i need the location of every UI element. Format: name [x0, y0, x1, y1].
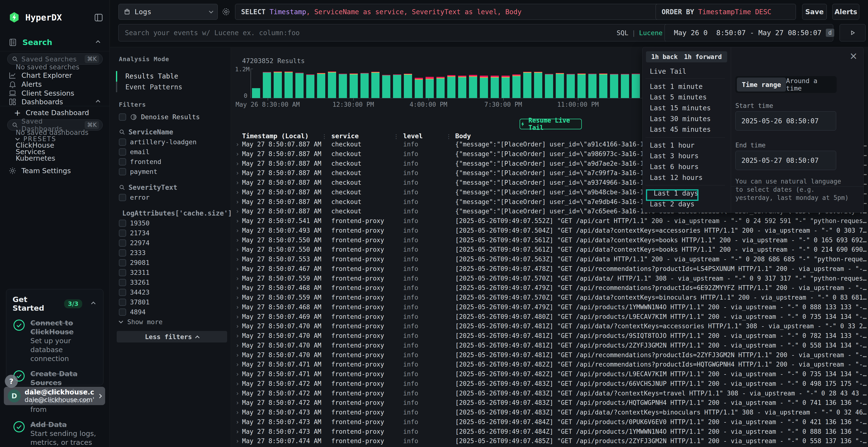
1h-forward-button[interactable]: 1h forward — [679, 51, 727, 62]
tab-time-range[interactable]: Time range — [737, 77, 786, 92]
filter-value-row[interactable]: 29081 — [119, 258, 225, 268]
log-row[interactable]: ›May 27 8:50:07.553 AMfrontend-proxyinfo… — [231, 254, 868, 264]
denoise-results-toggle[interactable]: Denoise Results — [119, 112, 200, 122]
chevron-up-icon[interactable] — [96, 40, 100, 44]
checkbox[interactable] — [119, 138, 126, 146]
filter-value-row[interactable]: error — [119, 193, 225, 202]
orderby-input[interactable]: ORDER BY TimestampTime DESC — [656, 4, 796, 20]
checkbox[interactable] — [119, 289, 126, 296]
log-row[interactable]: ›May 27 8:50:07.473 AMfrontend-proxyinfo… — [231, 417, 868, 427]
search-input[interactable]: Search your events w/ Lucene ex. column:… — [118, 24, 669, 41]
log-row[interactable]: ›May 27 8:50:07.467 AMfrontend-proxyinfo… — [231, 264, 868, 274]
log-row[interactable]: ›May 27 8:50:07.470 AMfrontend-proxyinfo… — [231, 341, 868, 350]
sidebar-item-chart-explorer[interactable]: Chart Explorer — [8, 71, 72, 80]
log-row[interactable]: ›May 27 8:50:07.559 AMfrontend-proxyinfo… — [231, 274, 868, 283]
1h-back-button[interactable]: 1h back — [646, 51, 683, 62]
filter-value-row[interactable]: 37801 — [119, 297, 225, 307]
log-row[interactable]: ›May 27 8:50:07.472 AMfrontend-proxyinfo… — [231, 398, 868, 408]
log-row[interactable]: ›May 27 8:50:07.472 AMfrontend-proxyinfo… — [231, 379, 868, 389]
alerts-button[interactable]: Alerts — [832, 4, 859, 20]
log-row[interactable]: ›May 27 8:50:07.550 AMfrontend-proxyinfo… — [231, 236, 868, 245]
sidebar-item-search[interactable]: Search — [8, 36, 102, 49]
get-started-item[interactable]: Add DataStart sending logs, metrics, or … — [12, 420, 97, 447]
checkbox[interactable] — [119, 249, 126, 256]
save-button[interactable]: Save — [802, 4, 827, 20]
filter-value-row[interactable]: 2333 — [119, 248, 225, 258]
source-select[interactable]: Logs — [118, 4, 218, 20]
log-row[interactable]: ›May 27 8:50:07.469 AMfrontend-proxyinfo… — [231, 312, 868, 322]
filter-value-row[interactable]: 32311 — [119, 268, 225, 277]
log-row[interactable]: ›May 27 8:50:07.550 AMfrontend-proxyinfo… — [231, 245, 868, 254]
col-header-timestamp[interactable]: Timestamp (Local) — [242, 132, 309, 140]
filter-value-row[interactable]: 33261 — [119, 277, 225, 287]
checkbox[interactable] — [119, 230, 126, 237]
checkbox[interactable] — [119, 220, 126, 227]
time-option-last-45-minutes[interactable]: Last 45 minutes — [643, 124, 731, 135]
source-settings-gear-icon[interactable] — [221, 7, 230, 18]
run-query-button[interactable] — [840, 24, 866, 41]
checkbox[interactable] — [119, 269, 126, 276]
date-range-input[interactable]: May 26 08:50:07 - May 27 08:50:07 d — [664, 24, 833, 41]
col-header-body[interactable]: Body — [455, 132, 471, 140]
filter-value-row[interactable]: artillery-loadgen — [119, 137, 225, 147]
sql-toggle[interactable]: SQL — [617, 29, 628, 37]
log-row[interactable]: ›May 27 8:50:07.473 AMfrontend-proxyinfo… — [231, 427, 868, 437]
sidebar-item-team-settings[interactable]: Team Settings — [8, 166, 71, 175]
checkbox[interactable] — [119, 158, 126, 166]
help-button[interactable]: ? — [5, 375, 18, 388]
time-option-live-tail[interactable]: Live Tail — [643, 66, 731, 76]
column-resize-handle[interactable]: ⋮ — [446, 133, 452, 140]
sidebar-preset-item[interactable]: Kubernetes — [16, 154, 55, 162]
lucene-toggle[interactable]: Lucene — [639, 29, 662, 37]
time-option-last-1-hour[interactable]: Last 1 hour — [643, 140, 731, 151]
log-row[interactable]: ›May 27 8:50:07.559 AMfrontend-proxyinfo… — [231, 293, 868, 303]
user-menu[interactable]: D dale@clickhouse.com dale@clickhouse.co… — [4, 387, 105, 405]
filter-value-row[interactable]: 19350 — [119, 218, 225, 228]
checkbox[interactable] — [119, 259, 126, 266]
log-row[interactable]: ›May 27 8:50:07.471 AMfrontend-proxyinfo… — [231, 360, 868, 370]
checkbox[interactable] — [119, 239, 126, 247]
filter-value-row[interactable]: 34423 — [119, 287, 225, 297]
log-row[interactable]: ›May 27 8:50:07.473 AMfrontend-proxyinfo… — [231, 408, 868, 417]
log-row[interactable]: ›May 27 8:50:07.470 AMfrontend-proxyinfo… — [231, 350, 868, 360]
filter-value-row[interactable]: 4894 — [119, 307, 225, 317]
checkbox[interactable] — [119, 299, 126, 306]
checkbox[interactable] — [119, 168, 126, 175]
mode-event-patterns[interactable]: Event Patterns — [125, 81, 182, 93]
log-row[interactable]: ›May 27 8:50:07.472 AMfrontend-proxyinfo… — [231, 389, 868, 398]
mode-results-table[interactable]: Results Table — [125, 71, 178, 82]
show-more-button[interactable]: Show more — [119, 317, 225, 327]
get-started-item[interactable]: Connect to ClickHouseSet up your databas… — [12, 319, 97, 363]
time-option-last-3-hours[interactable]: Last 3 hours — [643, 151, 731, 162]
checkbox[interactable] — [119, 194, 126, 201]
end-time-input[interactable]: 2025-05-27 08:50:07 — [735, 151, 836, 170]
time-option-last-15-minutes[interactable]: Last 15 minutes — [643, 103, 731, 113]
log-row[interactable]: ›May 27 8:50:07.471 AMfrontend-proxyinfo… — [231, 370, 868, 379]
checkbox[interactable] — [119, 113, 126, 121]
log-row[interactable]: ›May 27 8:50:07.474 AMfrontend-proxyinfo… — [231, 437, 868, 446]
collapse-sidebar-icon[interactable] — [94, 12, 104, 24]
resume-live-tail-button[interactable]: Resume Live Tail — [520, 119, 582, 129]
checkbox[interactable] — [119, 279, 126, 286]
time-option-last-30-minutes[interactable]: Last 30 minutes — [643, 113, 731, 124]
column-resize-handle[interactable]: ⋮ — [393, 133, 399, 140]
time-option-last-6-hours[interactable]: Last 6 hours — [643, 161, 731, 172]
time-option-last-5-minutes[interactable]: Last 5 minutes — [643, 92, 731, 103]
col-header-level[interactable]: level — [403, 132, 423, 140]
time-option-last-1-minute[interactable]: Last 1 minute — [643, 81, 731, 92]
create-dashboard-button[interactable]: + Create Dashboard — [14, 108, 89, 117]
checkbox[interactable] — [119, 309, 126, 316]
filter-value-row[interactable]: email — [119, 147, 225, 157]
filter-value-row[interactable]: 22974 — [119, 238, 225, 248]
chevron-up-icon[interactable] — [91, 302, 96, 306]
filter-value-row[interactable]: frontend — [119, 157, 225, 167]
log-row[interactable]: ›May 27 8:50:07.470 AMfrontend-proxyinfo… — [231, 321, 868, 331]
checkbox[interactable] — [119, 148, 126, 156]
less-filters-button[interactable]: Less filters — [117, 331, 227, 342]
filter-value-row[interactable]: payment — [119, 167, 225, 176]
log-row[interactable]: ›May 27 8:50:07.541 AMfrontend-proxyinfo… — [231, 216, 868, 226]
chevron-up-icon[interactable] — [96, 100, 100, 104]
column-resize-handle[interactable]: ⋮ — [321, 133, 327, 140]
sidebar-item-alerts[interactable]: Alerts — [8, 80, 42, 89]
log-row[interactable]: ›May 27 8:50:07.468 AMfrontend-proxyinfo… — [231, 303, 868, 312]
